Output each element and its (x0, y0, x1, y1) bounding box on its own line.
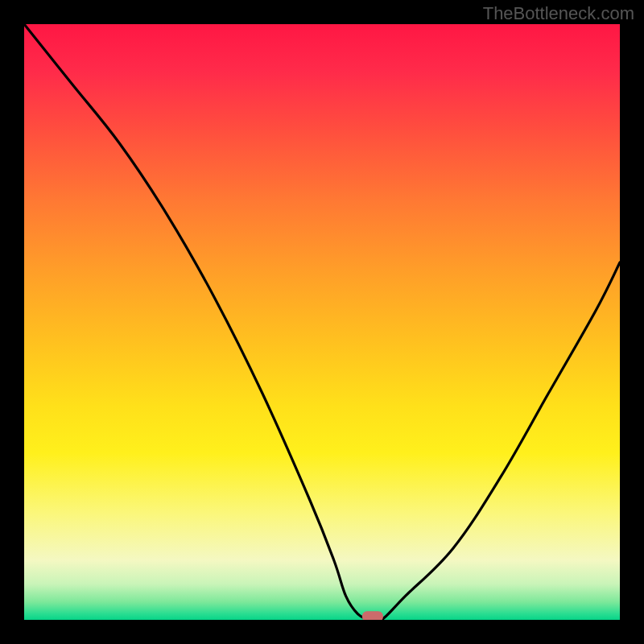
chart-svg (24, 24, 620, 620)
optimum-marker (362, 611, 383, 620)
watermark-text: TheBottleneck.com (483, 3, 634, 24)
bottleneck-curve (24, 24, 620, 620)
chart-plot-area (24, 24, 620, 620)
